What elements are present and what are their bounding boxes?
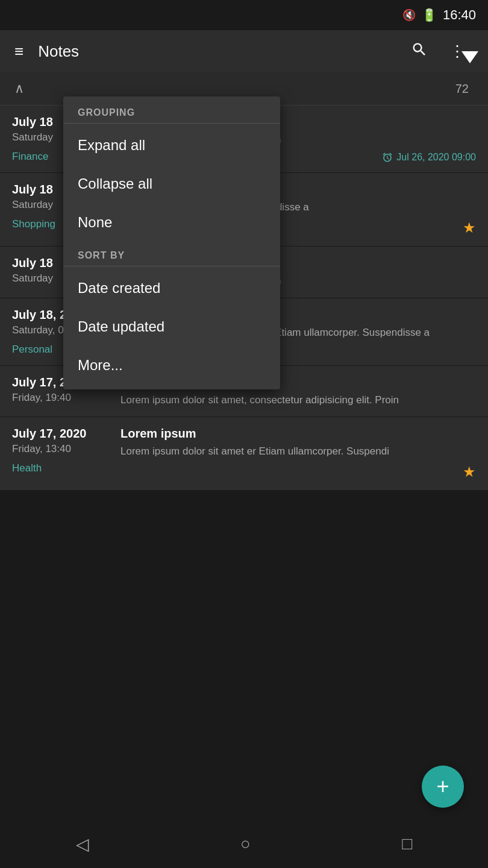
note-tag: Health — [12, 462, 108, 474]
none-item[interactable]: None — [63, 203, 280, 242]
dropdown-menu: GROUPING Expand all Collapse all None SO… — [63, 96, 280, 389]
fab-button[interactable]: + — [422, 766, 464, 808]
home-button[interactable]: ○ — [222, 827, 269, 861]
grouping-section-header: GROUPING — [63, 101, 280, 123]
status-bar: 🔇 🔋 16:40 — [0, 0, 488, 30]
collapse-button[interactable]: ∧ — [10, 76, 29, 101]
status-time: 16:40 — [443, 7, 476, 23]
app-title: Notes — [38, 42, 396, 61]
date-updated-item[interactable]: Date updated — [63, 307, 280, 346]
collapse-all-item[interactable]: Collapse all — [63, 165, 280, 203]
search-icon[interactable] — [406, 36, 433, 67]
note-content: Lorem ipsum Lorem ipsum dolor sit amet e… — [120, 427, 476, 480]
status-icons: 🔇 🔋 16:40 — [402, 7, 476, 23]
battery-icon: 🔋 — [422, 8, 437, 22]
dropdown-divider-1 — [63, 123, 280, 124]
app-bar: ≡ Notes ⋮ — [0, 30, 488, 72]
dropdown-divider-2 — [63, 266, 280, 266]
note-footer: ★ — [120, 464, 476, 480]
note-date-sub: Friday, 13:40 — [12, 443, 108, 455]
alarm-time: Jul 26, 2020 09:00 — [396, 152, 476, 163]
note-body: Lorem ipsum dolor sit amet er Etiam ulla… — [120, 444, 476, 459]
sort-by-section-header: SORT BY — [63, 242, 280, 266]
group-count: 72 — [455, 82, 469, 96]
dropdown-triangle — [461, 51, 478, 63]
star-icon: ★ — [463, 464, 476, 480]
note-date-col: July 17, 2020 Friday, 13:40 Health — [12, 427, 108, 480]
back-button[interactable]: ◁ — [58, 827, 107, 861]
nav-bar: ◁ ○ □ — [0, 820, 488, 868]
recent-apps-button[interactable]: □ — [384, 827, 430, 861]
date-created-item[interactable]: Date created — [63, 269, 280, 307]
star-icon: ★ — [463, 219, 476, 236]
note-body: Lorem ipsum dolor sit amet, consectetur … — [120, 393, 476, 407]
note-date-main: July 17, 2020 — [12, 427, 108, 441]
list-item[interactable]: July 17, 2020 Friday, 13:40 Health Lorem… — [0, 417, 488, 491]
more-item[interactable]: More... — [63, 346, 280, 385]
sim-icon: 🔇 — [402, 8, 416, 22]
note-date-sub: Friday, 19:40 — [12, 392, 108, 404]
note-title: Lorem ipsum — [120, 427, 476, 441]
fab-plus-icon: + — [436, 776, 449, 797]
app-bar-actions: ⋮ — [406, 36, 470, 67]
expand-all-item[interactable]: Expand all — [63, 126, 280, 165]
alarm-icon: Jul 26, 2020 09:00 — [382, 152, 476, 163]
menu-icon[interactable]: ≡ — [10, 37, 28, 66]
